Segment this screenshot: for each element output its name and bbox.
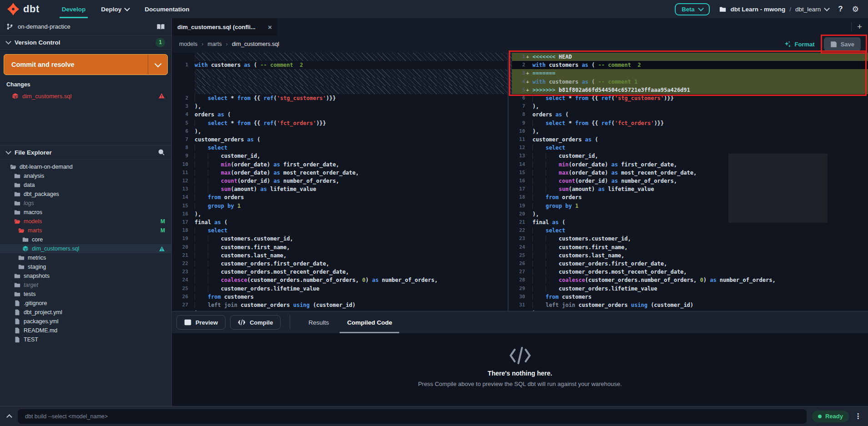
primary-nav: DevelopDeployDocumentation [54, 0, 197, 18]
tree-item-packages-yml[interactable]: packages.yml [0, 317, 171, 326]
line-number: 13 [172, 185, 188, 193]
tree-item-label: dbt_packages [24, 191, 59, 197]
tree-item-models[interactable]: modelsM [0, 217, 171, 226]
nav-item-documentation[interactable]: Documentation [137, 0, 197, 18]
diff-pane-current[interactable]: 1with customers as ( -- comment 22 selec… [172, 53, 507, 311]
line-number: 16 [172, 210, 188, 218]
beta-dropdown[interactable]: Beta [675, 3, 709, 15]
tab-dim-customers[interactable]: dim_customers.sql (confli... × [172, 18, 277, 35]
tree-item-data[interactable]: data [0, 180, 171, 190]
file-icon [14, 327, 20, 334]
gutter-gap [188, 218, 195, 226]
tree-item-marts[interactable]: martsM [0, 226, 171, 235]
code-line: 29 customer_orders.lifetime_value [509, 285, 868, 293]
diff-add-marker [525, 127, 532, 135]
code-text: max(order_date) as most_recent_order_dat… [195, 169, 507, 177]
search-icon[interactable] [158, 149, 165, 156]
code-text: select * from {{ ref('stg_customers')}} [195, 94, 507, 102]
code-text: customers.last_name, [195, 251, 507, 260]
tree-item-dbt-packages[interactable]: dbt_packages [0, 190, 171, 199]
line-number: 28 [172, 309, 188, 311]
gutter-gap [188, 202, 195, 210]
current-branch[interactable]: on-demand-practice [0, 18, 171, 35]
breadcrumb-separator-icon: › [201, 41, 203, 47]
gear-icon[interactable]: ⚙ [852, 5, 859, 13]
tree-item-core[interactable]: core [0, 235, 171, 244]
line-number: 19 [509, 202, 525, 210]
commit-and-resolve-button[interactable]: Commit and resolve [4, 54, 168, 75]
compile-button[interactable]: Compile [230, 315, 281, 330]
format-button[interactable]: Format [784, 40, 815, 48]
line-number [172, 78, 188, 86]
tree-item-macros[interactable]: macros [0, 208, 171, 217]
tree-item-target[interactable]: target [0, 281, 171, 290]
diff-add-marker: + [525, 53, 532, 61]
modified-badge: M [161, 218, 165, 225]
tree-item-label: snapshots [24, 273, 50, 279]
tree-item-label: .gitignore [24, 300, 47, 306]
tree-item-dbt-project-yml[interactable]: dbt_project.yml [0, 308, 171, 317]
tree-item-label: core [32, 236, 43, 243]
commit-options-toggle[interactable] [148, 55, 167, 75]
tree-item-logs[interactable]: logs [0, 199, 171, 208]
help-icon[interactable]: ? [838, 5, 843, 14]
tree-item-gitignore[interactable]: .gitignore [0, 299, 171, 308]
tree-item-label: dim_customers.sql [32, 246, 79, 252]
tab-compiled-code[interactable]: Compiled Code [347, 311, 392, 333]
diff-add-marker [525, 251, 532, 260]
project-selector[interactable]: dbt Learn - mwong / dbt_learn [719, 6, 829, 13]
new-tab-icon[interactable]: + [857, 22, 862, 32]
nav-item-deploy[interactable]: Deploy [93, 0, 137, 18]
tree-item-dbt-learn-on-demand[interactable]: dbt-learn-on-demand [0, 162, 171, 171]
gutter-gap [188, 243, 195, 251]
tree-item-staging[interactable]: staging [0, 262, 171, 271]
code-line: 22 customer_orders.first_order_date, [172, 260, 507, 268]
line-number: 19 [172, 235, 188, 243]
tree-item-test[interactable]: TEST [0, 335, 171, 344]
gutter-gap [188, 301, 195, 309]
code-text: customers.first_name, [532, 243, 868, 251]
line-number: 7 [172, 135, 188, 144]
dbt-logo-icon[interactable]: dbt [0, 2, 44, 16]
tree-item-readme-md[interactable]: README.md [0, 326, 171, 335]
command-input[interactable] [18, 409, 807, 424]
close-icon[interactable]: × [268, 23, 272, 31]
gutter-gap [188, 78, 195, 86]
line-number: 24 [172, 276, 188, 284]
code-line: 28 coalesce(customer_orders.number_of_or… [509, 276, 868, 284]
line-number [172, 86, 188, 94]
line-number: 30 [509, 293, 525, 301]
changed-file-name: dim_customers.sql [22, 93, 71, 100]
line-number: 24 [509, 243, 525, 251]
kebab-menu-icon[interactable]: ⋮ [854, 412, 862, 421]
code-line: 1with customers as ( -- comment 2 [172, 61, 507, 69]
changed-file-dim-customers[interactable]: dim_customers.sql [0, 90, 171, 101]
tab-title: dim_customers.sql (confli... [177, 24, 264, 30]
save-button[interactable]: Save [824, 37, 861, 51]
version-control-header[interactable]: Version Control 1 [0, 35, 171, 49]
code-line: 12 count(order_id) as number_of_orders, [172, 177, 507, 185]
gutter-gap [188, 61, 195, 69]
tab-results[interactable]: Results [308, 311, 329, 333]
code-line [172, 86, 507, 94]
code-line: 13 sum(amount) as lifetime_value [172, 185, 507, 193]
tree-item-analysis[interactable]: analysis [0, 171, 171, 180]
tree-item-dim-customers-sql[interactable]: dim_customers.sql [0, 244, 171, 253]
redacted-overlay [728, 154, 828, 223]
version-control-title: Version Control [15, 39, 60, 46]
tree-item-tests[interactable]: tests [0, 290, 171, 299]
code-line: 5+>>>>>>> b81f802a66fd544504c65721e3ffaa… [509, 86, 868, 94]
tree-item-metrics[interactable]: metrics [0, 253, 171, 262]
line-number: 6 [509, 94, 525, 102]
docs-book-icon[interactable] [156, 23, 165, 30]
preview-button[interactable]: Preview [176, 315, 226, 330]
code-line: 27 customer_orders.most_recent_order_dat… [509, 268, 868, 276]
chevron-up-icon[interactable] [6, 414, 12, 420]
changes-section-label: Changes [0, 80, 171, 90]
code-text: coalesce(customer_orders.number_of_order… [532, 276, 868, 284]
gutter-gap [188, 94, 195, 102]
diff-filler [195, 69, 507, 77]
tree-item-snapshots[interactable]: snapshots [0, 271, 171, 281]
nav-item-develop[interactable]: Develop [54, 0, 94, 18]
file-explorer-header[interactable]: File Explorer [0, 145, 171, 159]
